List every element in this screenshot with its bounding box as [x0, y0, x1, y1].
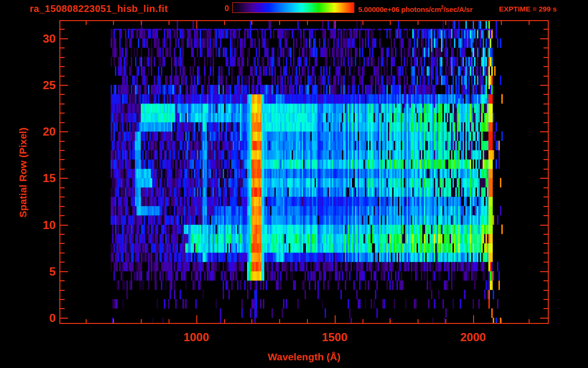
x-minor-tick: [169, 319, 170, 323]
x-tick-label: 1500: [306, 331, 363, 344]
y-minor-tick: [60, 66, 65, 67]
spectrogram-heatmap: [60, 21, 548, 323]
y-minor-tick: [60, 47, 65, 48]
x-axis-title: Wavelength (Å): [251, 351, 357, 363]
y-minor-tick: [543, 290, 548, 291]
y-minor-tick: [60, 262, 65, 263]
y-minor-tick: [60, 308, 65, 309]
y-major-tick: [540, 318, 548, 319]
y-minor-tick: [543, 308, 548, 309]
y-minor-tick: [543, 206, 548, 207]
x-major-tick: [473, 315, 474, 323]
x-minor-tick: [113, 21, 114, 25]
y-tick-label: 0: [22, 311, 56, 325]
x-minor-tick: [390, 21, 391, 25]
y-minor-tick: [543, 47, 548, 48]
y-minor-tick: [543, 280, 548, 281]
y-major-tick: [60, 225, 68, 226]
y-tick-label: 30: [22, 32, 56, 46]
x-minor-tick: [141, 21, 142, 25]
x-minor-tick: [86, 21, 87, 25]
x-minor-tick: [362, 319, 363, 323]
x-minor-tick: [251, 21, 252, 25]
x-minor-tick: [279, 319, 280, 323]
y-minor-tick: [60, 113, 65, 114]
y-minor-tick: [543, 113, 548, 114]
y-major-tick: [60, 318, 68, 319]
y-minor-tick: [543, 262, 548, 263]
x-major-tick: [335, 21, 336, 29]
x-minor-tick: [418, 21, 418, 25]
plot-window: ra_150808223051_hisb_lin.fit 0 5.00000e+…: [0, 0, 588, 368]
y-minor-tick: [543, 243, 548, 244]
y-minor-tick: [60, 76, 65, 77]
x-minor-tick: [529, 21, 530, 25]
y-axis-title: Spatial Row (Pixel): [17, 120, 29, 225]
exptime-label: EXPTIME = 299 s: [499, 5, 556, 13]
y-minor-tick: [543, 253, 548, 253]
x-minor-tick: [501, 21, 502, 25]
y-minor-tick: [543, 141, 548, 142]
x-major-tick: [196, 315, 197, 323]
y-minor-tick: [60, 94, 65, 95]
y-minor-tick: [60, 169, 65, 170]
y-minor-tick: [60, 159, 65, 160]
y-major-tick: [540, 85, 548, 86]
y-minor-tick: [543, 76, 548, 77]
y-minor-tick: [60, 290, 65, 291]
x-minor-tick: [390, 319, 391, 323]
y-minor-tick: [60, 187, 65, 188]
x-minor-tick: [418, 319, 418, 323]
x-minor-tick: [307, 21, 308, 25]
x-major-tick: [335, 315, 336, 323]
x-minor-tick: [86, 319, 87, 323]
y-minor-tick: [60, 253, 65, 253]
y-tick-label: 5: [22, 265, 56, 278]
y-minor-tick: [543, 150, 548, 151]
colorbar-min-label: 0: [206, 4, 229, 13]
y-major-tick: [540, 225, 548, 226]
x-minor-tick: [529, 319, 530, 323]
x-minor-tick: [251, 319, 252, 323]
y-tick-label: 25: [22, 79, 56, 92]
x-minor-tick: [307, 319, 308, 323]
y-minor-tick: [543, 299, 548, 300]
x-minor-tick: [224, 21, 225, 25]
y-minor-tick: [543, 104, 548, 104]
x-minor-tick: [362, 21, 363, 25]
y-minor-tick: [543, 122, 548, 123]
x-major-tick: [196, 21, 197, 29]
y-minor-tick: [60, 104, 65, 104]
y-major-tick: [60, 178, 68, 179]
x-tick-label: 1000: [168, 331, 225, 344]
y-minor-tick: [60, 243, 65, 244]
y-major-tick: [60, 131, 68, 132]
plot-area: [60, 21, 548, 323]
y-minor-tick: [543, 57, 548, 58]
colorbar-max-text: 5.00000e+06 photons/cm: [358, 5, 441, 13]
y-minor-tick: [60, 280, 65, 281]
y-major-tick: [540, 271, 548, 272]
y-minor-tick: [543, 66, 548, 67]
y-major-tick: [540, 38, 548, 39]
y-major-tick: [540, 131, 548, 132]
y-minor-tick: [60, 299, 65, 300]
x-minor-tick: [224, 319, 225, 323]
y-minor-tick: [60, 206, 65, 207]
y-minor-tick: [543, 187, 548, 188]
x-minor-tick: [169, 21, 170, 25]
x-minor-tick: [501, 319, 502, 323]
filename-title: ra_150808223051_hisb_lin.fit: [30, 3, 168, 14]
y-minor-tick: [543, 196, 548, 197]
y-major-tick: [60, 38, 68, 39]
y-minor-tick: [543, 169, 548, 170]
colorbar: [232, 2, 354, 13]
x-minor-tick: [445, 21, 446, 25]
y-minor-tick: [60, 141, 65, 142]
x-tick-label: 2000: [444, 331, 502, 344]
colorbar-max-label: 5.00000e+06 photons/cm2/sec/A/sr: [358, 5, 473, 13]
x-minor-tick: [445, 319, 446, 323]
y-minor-tick: [60, 234, 65, 235]
y-major-tick: [60, 271, 68, 272]
y-minor-tick: [60, 150, 65, 151]
